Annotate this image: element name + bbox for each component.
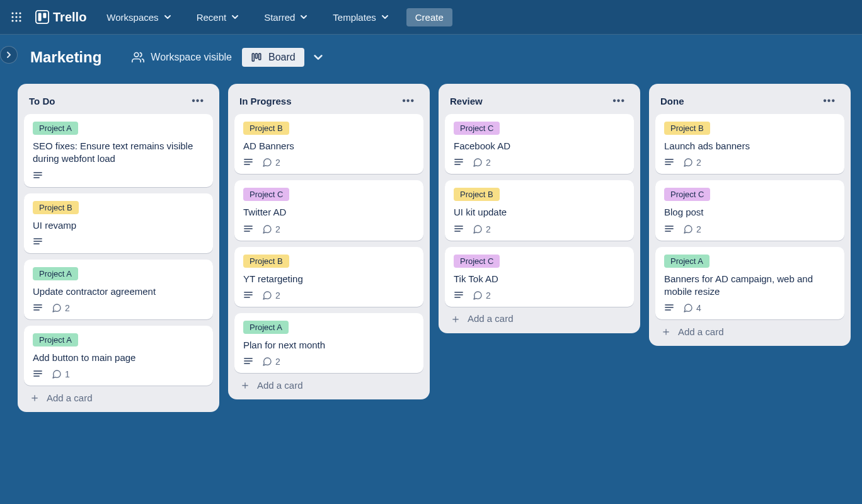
trello-logo[interactable]: Trello bbox=[30, 8, 91, 27]
card-title: UI kit update bbox=[454, 206, 625, 219]
svg-rect-10 bbox=[38, 13, 42, 21]
list-menu-button[interactable]: ••• bbox=[398, 94, 418, 108]
card-label[interactable]: Project A bbox=[33, 333, 78, 346]
apps-icon[interactable] bbox=[6, 7, 26, 27]
card-title: Blog post bbox=[664, 206, 836, 219]
card[interactable]: Project ABanners for AD campaign, web an… bbox=[655, 247, 844, 320]
card-label[interactable]: Project C bbox=[664, 188, 710, 201]
comments-count: 2 bbox=[275, 224, 280, 234]
card[interactable]: Project BAD Banners2 bbox=[234, 114, 423, 174]
comments-count: 1 bbox=[65, 369, 70, 379]
card-badges: 2 bbox=[454, 290, 625, 301]
comments-count: 2 bbox=[696, 224, 701, 234]
card-title: AD Banners bbox=[243, 140, 415, 152]
svg-rect-15 bbox=[259, 54, 261, 60]
description-icon bbox=[454, 290, 464, 301]
create-button[interactable]: Create bbox=[406, 8, 452, 26]
svg-point-3 bbox=[11, 16, 13, 18]
cards-container: Project ASEO fixes: Ensure text remains … bbox=[24, 114, 213, 386]
list-menu-button[interactable]: ••• bbox=[819, 94, 839, 108]
list-menu-button[interactable]: ••• bbox=[609, 94, 629, 108]
card-badges: 2 bbox=[454, 158, 625, 168]
add-card-button[interactable]: ＋Add a card bbox=[655, 319, 844, 337]
board-header: Marketing Workspace visible Board bbox=[0, 35, 862, 80]
card[interactable]: Project AAdd button to main page1 bbox=[24, 326, 213, 386]
visibility-button[interactable]: Workspace visible bbox=[132, 51, 232, 64]
list: Done•••Project BLaunch ads banners2Proje… bbox=[649, 84, 851, 346]
plus-icon: ＋ bbox=[660, 326, 672, 337]
add-card-button[interactable]: ＋Add a card bbox=[234, 373, 423, 391]
nav-label: Workspaces bbox=[106, 12, 158, 23]
comments-badge: 2 bbox=[683, 158, 701, 168]
card-badges: 2 bbox=[664, 158, 836, 168]
nav-starred[interactable]: Starred bbox=[256, 8, 315, 26]
card-label[interactable]: Project B bbox=[243, 122, 289, 135]
list-title[interactable]: To Do bbox=[29, 96, 55, 106]
card-title: Tik Tok AD bbox=[454, 273, 625, 285]
view-switch-button[interactable]: Board bbox=[242, 48, 304, 67]
card-badges: 1 bbox=[33, 369, 204, 379]
comments-badge: 2 bbox=[473, 224, 491, 234]
plus-icon: ＋ bbox=[450, 313, 461, 324]
nav-templates[interactable]: Templates bbox=[325, 8, 396, 26]
svg-rect-9 bbox=[36, 11, 49, 23]
nav-label: Templates bbox=[333, 12, 376, 23]
card-label[interactable]: Project B bbox=[243, 255, 289, 268]
list-title[interactable]: Done bbox=[660, 96, 684, 106]
card[interactable]: Project CFacebook AD2 bbox=[445, 114, 634, 174]
svg-rect-13 bbox=[252, 54, 254, 61]
card[interactable]: Project ASEO fixes: Ensure text remains … bbox=[24, 114, 213, 187]
plus-icon: ＋ bbox=[239, 379, 251, 391]
card-label[interactable]: Project C bbox=[454, 122, 500, 135]
cards-container: Project BAD Banners2Project CTwitter AD2… bbox=[234, 114, 423, 373]
card[interactable]: Project BLaunch ads banners2 bbox=[655, 114, 844, 174]
card-label[interactable]: Project A bbox=[33, 267, 78, 280]
add-card-button[interactable]: ＋Add a card bbox=[445, 307, 634, 324]
card[interactable]: Project AUpdate contractor agreement2 bbox=[24, 260, 213, 319]
view-dropdown-button[interactable] bbox=[313, 52, 323, 62]
board-title[interactable]: Marketing bbox=[30, 49, 101, 66]
chevron-down-icon bbox=[164, 13, 171, 21]
card-title: UI revamp bbox=[33, 219, 204, 232]
comments-badge: 2 bbox=[262, 224, 280, 234]
list-header: To Do••• bbox=[24, 90, 213, 114]
comments-badge: 2 bbox=[262, 290, 280, 301]
card-label[interactable]: Project C bbox=[454, 255, 500, 268]
card[interactable]: Project BUI revamp bbox=[24, 193, 213, 253]
list-title[interactable]: Review bbox=[450, 96, 483, 106]
nav-recent[interactable]: Recent bbox=[189, 8, 247, 26]
card[interactable]: Project CTwitter AD2 bbox=[234, 180, 423, 240]
description-icon bbox=[33, 171, 43, 181]
list-menu-button[interactable]: ••• bbox=[188, 94, 208, 108]
card-label[interactable]: Project B bbox=[454, 188, 500, 201]
nav-workspaces[interactable]: Workspaces bbox=[99, 8, 178, 26]
card-badges bbox=[33, 237, 204, 247]
card[interactable]: Project CBlog post2 bbox=[655, 180, 844, 240]
svg-point-8 bbox=[19, 20, 21, 21]
add-card-button[interactable]: ＋Add a card bbox=[24, 386, 213, 403]
card-title: Twitter AD bbox=[243, 206, 415, 219]
card-title: Plan for next month bbox=[243, 339, 415, 352]
card[interactable]: Project APlan for next month2 bbox=[234, 313, 423, 373]
comments-badge: 2 bbox=[473, 290, 491, 301]
sidebar-expand-button[interactable] bbox=[0, 46, 18, 64]
card-label[interactable]: Project B bbox=[664, 122, 710, 135]
card-badges bbox=[33, 171, 204, 181]
card[interactable]: Project BUI kit update2 bbox=[445, 180, 634, 240]
card-label[interactable]: Project A bbox=[243, 321, 289, 334]
description-icon bbox=[664, 224, 674, 234]
card-label[interactable]: Project A bbox=[33, 122, 78, 135]
card-label[interactable]: Project A bbox=[664, 255, 710, 268]
comments-count: 4 bbox=[696, 303, 701, 313]
card[interactable]: Project CTik Tok AD2 bbox=[445, 247, 634, 307]
card-label[interactable]: Project B bbox=[33, 201, 79, 214]
description-icon bbox=[664, 158, 674, 168]
card-label[interactable]: Project C bbox=[243, 188, 289, 201]
comments-count: 2 bbox=[275, 158, 280, 168]
card-title: Banners for AD campaign, web and mobile … bbox=[664, 273, 836, 299]
comments-badge: 2 bbox=[683, 224, 701, 234]
nav-label: Starred bbox=[264, 12, 295, 23]
list-title[interactable]: In Progress bbox=[239, 96, 292, 106]
svg-point-2 bbox=[19, 12, 21, 14]
card[interactable]: Project BYT retargeting2 bbox=[234, 247, 423, 307]
